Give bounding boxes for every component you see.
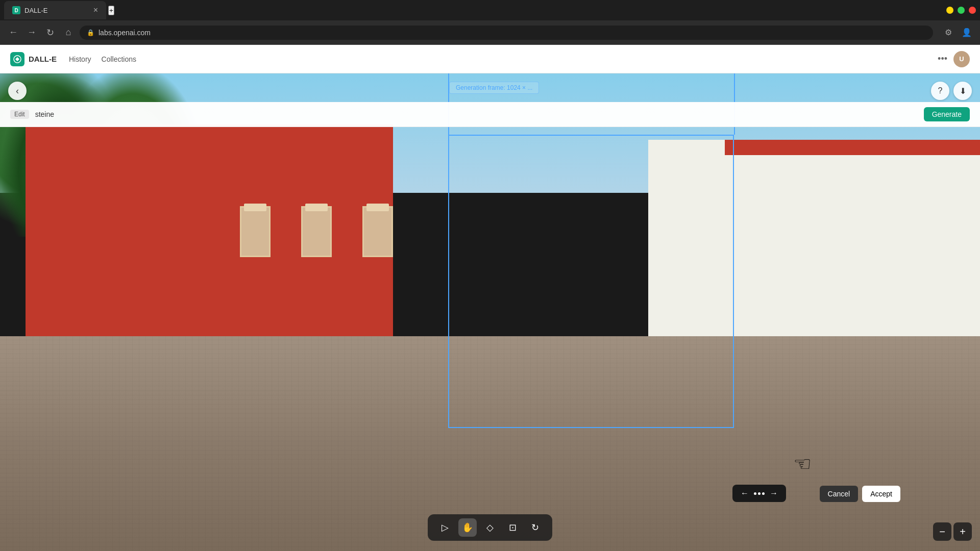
nav-dots	[754, 492, 765, 495]
select-tool-button[interactable]: ▷	[436, 518, 454, 537]
generation-frame-label: Generation frame: 1024 × ...	[449, 82, 539, 94]
tab-close-button[interactable]: ×	[93, 6, 98, 14]
window-controls	[946, 7, 976, 14]
home-nav-button[interactable]: ⌂	[61, 26, 76, 40]
close-window-button[interactable]	[969, 7, 976, 14]
next-button[interactable]: →	[767, 488, 781, 499]
help-button[interactable]: ?	[931, 82, 949, 100]
prompt-input[interactable]	[35, 110, 918, 118]
crop-tool-button[interactable]: ⊡	[503, 518, 522, 537]
prev-button[interactable]: ←	[738, 488, 752, 499]
app-logo: DALL-E	[10, 52, 57, 66]
rotate-tool-button[interactable]: ↻	[526, 518, 544, 537]
main-canvas-area: Generation frame: 1024 × ... ‹ ? ⬇ Edit …	[0, 73, 980, 551]
nav-dot-1	[754, 492, 756, 495]
windows-row	[240, 206, 393, 257]
forward-nav-button[interactable]: →	[24, 26, 39, 40]
app-name: DALL-E	[29, 55, 57, 63]
edit-badge: Edit	[10, 110, 29, 119]
refresh-nav-button[interactable]: ↻	[43, 26, 57, 40]
security-lock-icon: 🔒	[87, 29, 94, 36]
cancel-button[interactable]: Cancel	[820, 486, 859, 502]
eraser-tool-button[interactable]: ◇	[481, 518, 499, 537]
minimize-button[interactable]	[946, 7, 953, 14]
back-button[interactable]: ‹	[8, 82, 27, 100]
app-header: DALL-E History Collections ••• U	[0, 45, 980, 73]
generate-button[interactable]: Generate	[924, 107, 970, 121]
address-text: labs.openai.com	[99, 29, 151, 37]
accept-button[interactable]: Accept	[862, 486, 900, 502]
new-tab-button[interactable]: +	[108, 6, 114, 15]
dalle-logo-svg	[13, 55, 22, 64]
nav-collections[interactable]: Collections	[102, 55, 136, 63]
logo-icon	[10, 52, 24, 66]
maximize-button[interactable]	[958, 7, 965, 14]
back-nav-button[interactable]: ←	[6, 26, 20, 40]
tab-title: DALL-E	[24, 7, 89, 14]
zoom-out-button[interactable]: −	[933, 522, 951, 541]
more-menu-button[interactable]: •••	[938, 54, 947, 64]
user-avatar[interactable]: U	[953, 51, 970, 67]
zoom-controls: − +	[933, 522, 972, 541]
white-building-roof	[725, 140, 980, 155]
extensions-icon[interactable]: ⚙	[941, 26, 955, 40]
app-nav: History Collections	[69, 55, 136, 63]
active-tab[interactable]: D DALL-E ×	[4, 1, 106, 19]
address-bar-row: ← → ↻ ⌂ 🔒 labs.openai.com ⚙ 👤	[0, 20, 980, 45]
window-1	[240, 206, 271, 257]
tab-bar: D DALL-E × +	[0, 0, 980, 20]
window-3	[362, 206, 393, 257]
hand-tool-button[interactable]: ✋	[458, 518, 477, 537]
top-right-icons: ? ⬇	[931, 82, 972, 100]
tab-favicon: D	[12, 6, 20, 14]
browser-actions: ⚙ 👤	[941, 26, 974, 40]
address-bar[interactable]: 🔒 labs.openai.com	[80, 26, 933, 40]
header-right: ••• U	[938, 51, 970, 67]
canvas-scene	[0, 73, 980, 551]
zoom-in-button[interactable]: +	[953, 522, 972, 541]
bottom-toolbar: ▷ ✋ ◇ ⊡ ↻	[428, 514, 552, 541]
window-2	[301, 206, 332, 257]
navigation-controls: ← →	[732, 485, 786, 502]
profile-icon[interactable]: 👤	[960, 26, 974, 40]
download-button[interactable]: ⬇	[953, 82, 972, 100]
nav-dot-2	[758, 492, 761, 495]
edit-prompt-bar: Edit Generate	[0, 102, 980, 127]
action-buttons: Cancel Accept	[820, 486, 900, 502]
nav-dot-3	[762, 492, 765, 495]
nav-history[interactable]: History	[69, 55, 91, 63]
